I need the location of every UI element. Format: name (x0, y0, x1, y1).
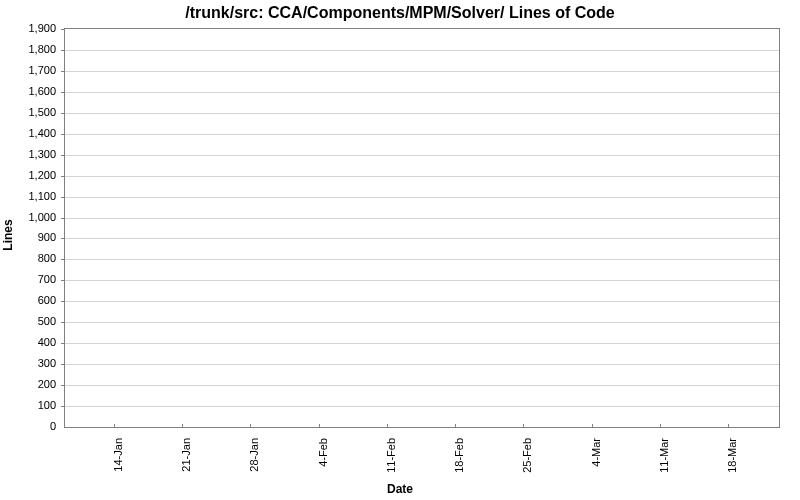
x-tick-mark (592, 424, 593, 428)
y-tick-label: 800 (0, 252, 56, 264)
y-tick-mark (61, 176, 65, 177)
y-tick-label: 200 (0, 378, 56, 390)
y-tick-mark (61, 385, 65, 386)
gridline-h (65, 71, 779, 72)
gridline-h (65, 197, 779, 198)
gridline-h (65, 155, 779, 156)
x-tick-mark (387, 424, 388, 428)
x-tick-mark (114, 424, 115, 428)
y-tick-label: 1,200 (0, 169, 56, 181)
x-tick-label: 14-Jan (112, 438, 124, 472)
y-tick-label: 600 (0, 294, 56, 306)
y-tick-mark (61, 280, 65, 281)
x-tick-label: 11-Feb (385, 438, 397, 473)
x-tick-label: 11-Mar (658, 438, 670, 473)
y-tick-label: 1,800 (0, 43, 56, 55)
x-axis-label: Date (0, 482, 800, 496)
x-tick-label: 28-Jan (248, 438, 260, 472)
x-tick-label: 25-Feb (521, 438, 533, 473)
x-tick-mark (455, 424, 456, 428)
x-tick-mark (523, 424, 524, 428)
y-tick-label: 100 (0, 399, 56, 411)
y-tick-label: 1,700 (0, 64, 56, 76)
gridline-h (65, 134, 779, 135)
gridline-h (65, 50, 779, 51)
x-tick-label: 18-Mar (726, 438, 738, 473)
y-tick-label: 500 (0, 315, 56, 327)
y-tick-mark (61, 259, 65, 260)
gridline-h (65, 259, 779, 260)
gridline-h (65, 364, 779, 365)
y-tick-label: 1,100 (0, 190, 56, 202)
y-tick-mark (61, 92, 65, 93)
gridline-h (65, 343, 779, 344)
y-tick-mark (61, 197, 65, 198)
y-tick-label: 1,400 (0, 127, 56, 139)
y-tick-label: 1,600 (0, 85, 56, 97)
chart-container: /trunk/src: CCA/Components/MPM/Solver/ L… (0, 0, 800, 500)
x-tick-label: 4-Mar (590, 438, 602, 467)
plot-area (64, 28, 780, 428)
y-ticks: 01002003004005006007008009001,0001,1001,… (0, 28, 60, 428)
gridline-h (65, 280, 779, 281)
chart-title: /trunk/src: CCA/Components/MPM/Solver/ L… (0, 4, 800, 22)
y-tick-label: 1,000 (0, 211, 56, 223)
y-tick-label: 700 (0, 273, 56, 285)
y-tick-mark (61, 343, 65, 344)
gridline-h (65, 322, 779, 323)
y-tick-mark (61, 50, 65, 51)
y-tick-mark (61, 134, 65, 135)
gridline-h (65, 238, 779, 239)
y-tick-mark (61, 364, 65, 365)
y-tick-mark (61, 113, 65, 114)
y-tick-mark (61, 155, 65, 156)
gridline-h (65, 92, 779, 93)
x-tick-mark (660, 424, 661, 428)
y-tick-label: 1,300 (0, 148, 56, 160)
y-tick-mark (61, 29, 65, 30)
x-ticks: 14-Jan21-Jan28-Jan4-Feb11-Feb18-Feb25-Fe… (64, 428, 780, 476)
x-tick-label: 21-Jan (180, 438, 192, 472)
y-tick-label: 300 (0, 357, 56, 369)
gridline-h (65, 176, 779, 177)
gridline-h (65, 218, 779, 219)
x-tick-mark (182, 424, 183, 428)
x-tick-label: 4-Feb (317, 438, 329, 467)
x-tick-label: 18-Feb (453, 438, 465, 473)
gridline-h (65, 385, 779, 386)
gridline-h (65, 113, 779, 114)
y-tick-mark (61, 218, 65, 219)
y-tick-label: 0 (0, 420, 56, 432)
y-tick-mark (61, 301, 65, 302)
x-tick-mark (319, 424, 320, 428)
y-tick-label: 900 (0, 231, 56, 243)
gridlines (65, 29, 779, 427)
gridline-h (65, 301, 779, 302)
y-tick-label: 400 (0, 336, 56, 348)
y-tick-label: 1,500 (0, 106, 56, 118)
y-tick-mark (61, 238, 65, 239)
y-tick-mark (61, 322, 65, 323)
y-tick-mark (61, 71, 65, 72)
y-tick-mark (61, 406, 65, 407)
y-tick-label: 1,900 (0, 22, 56, 34)
x-tick-mark (728, 424, 729, 428)
x-tick-mark (250, 424, 251, 428)
gridline-h (65, 406, 779, 407)
